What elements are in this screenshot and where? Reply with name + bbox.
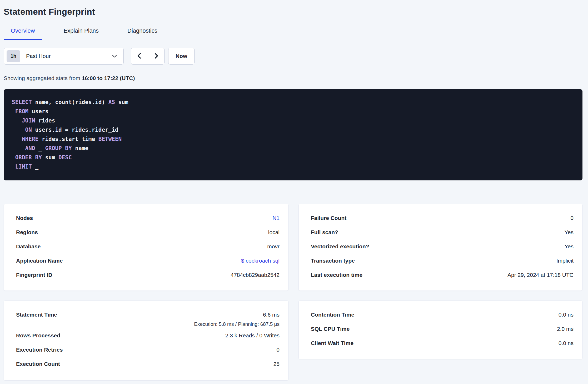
tab-diagnostics[interactable]: Diagnostics [120,25,165,40]
row-label: Statement Time [16,312,57,318]
table-row: Databasemovr [16,239,280,254]
row-label: Transaction type [311,258,355,264]
sql-text: sum [42,154,58,161]
table-row: Fingerprint ID4784cb829aab2542 [16,268,280,282]
time-range-dropdown[interactable]: 1h Past Hour [4,48,124,65]
sql-keyword: AS [108,99,115,105]
row-label: Full scan? [311,229,338,235]
prev-interval-button[interactable] [131,48,148,64]
row-value: 2.0 ms [557,326,574,332]
row-value-link[interactable]: N1 [272,215,280,221]
row-label: Database [16,243,41,250]
table-row: Failure Count0 [311,211,574,225]
table-row: Rows Processed2.3 k Reads / 0 Writes [16,328,280,343]
row-value: Yes [565,243,574,250]
tab-explain-plans[interactable]: Explain Plans [57,25,106,40]
sql-keyword: SELECT [12,99,32,105]
sql-text: _ [32,164,38,170]
row-subvalue: Execution: 5.8 ms / Planning: 687.5 µs [16,320,280,328]
time-range-label: Past Hour [26,53,111,59]
table-row: Transaction typeImplicit [311,254,574,268]
time-controls: 1h Past Hour Now [4,48,582,65]
row-value: Yes [565,229,574,235]
sql-keyword: BETWEEN [98,136,122,142]
table-row: Vectorized execution?Yes [311,239,574,254]
now-button[interactable]: Now [168,48,195,65]
statement-time-card: Statement Time6.6 msExecution: 5.8 ms / … [4,301,288,381]
row-value: 0 [276,347,280,353]
sql-code-line: ON users.id = rides.rider_id [12,125,574,135]
row-value: 6.6 ms [263,312,280,318]
row-label: Vectorized execution? [311,243,369,250]
row-value: movr [267,243,280,250]
row-value: Apr 29, 2024 at 17:18 UTC [507,272,574,278]
row-value: 0.0 ns [559,340,574,346]
row-label: SQL CPU Time [311,326,350,332]
sql-code-line: WHERE rides.start_time BETWEEN _ [12,135,574,144]
row-label: Application Name [16,258,63,264]
table-row: SQL CPU Time2.0 ms [311,322,574,336]
stats-line-prefix: Showing aggregated stats from [4,75,82,81]
row-value-link[interactable]: $ cockroach sql [241,258,280,264]
row-value: 0 [570,215,574,221]
table-row: Full scan?Yes [311,225,574,239]
row-value: 2.3 k Reads / 0 Writes [225,332,280,339]
sql-keyword: ON [25,127,32,133]
sql-text [12,164,15,170]
row-label: Execution Retries [16,347,63,353]
chevron-down-icon [111,53,118,59]
row-value: 0.0 ns [559,312,574,318]
sql-text [12,108,15,115]
sql-keyword: ORDER BY [15,154,42,161]
row-value: 4784cb829aab2542 [231,272,280,278]
time-range-badge: 1h [7,50,20,62]
row-label: Contention Time [311,312,354,318]
row-label: Regions [16,229,38,235]
next-interval-button[interactable] [148,48,164,64]
sql-code-line: JOIN rides [12,116,574,125]
sql-keyword: WHERE [22,136,38,142]
tab-overview[interactable]: Overview [4,25,42,40]
sql-text: _ [35,145,45,151]
sql-text: rides [35,117,55,124]
sql-keyword: AND [25,145,35,151]
sql-keyword: FROM [15,108,29,115]
table-row: Regionslocal [16,225,280,239]
row-value: 25 [273,361,280,367]
row-value: Implicit [556,258,574,264]
row-label: Client Wait Time [311,340,353,346]
row-label: Failure Count [311,215,346,221]
wait-time-card: Contention Time0.0 nsSQL CPU Time2.0 msC… [298,301,582,359]
sql-text: sum [115,99,128,105]
sql-keyword: DESC [58,154,72,161]
sql-keyword: JOIN [22,117,35,124]
sql-text: users.id = rides.rider_id [32,127,118,133]
tab-bar: OverviewExplain PlansDiagnostics [4,25,582,40]
row-label: Fingerprint ID [16,272,52,278]
sql-code-line: FROM users [12,107,574,116]
statement-details-card: NodesN1RegionslocalDatabasemovrApplicati… [4,204,288,291]
row-value: local [268,229,280,235]
chevron-right-icon [153,52,160,60]
chevron-left-icon [136,52,143,60]
row-label: Execution Count [16,361,60,367]
sql-keyword: GROUP BY [45,145,72,151]
table-row: Execution Retries0 [16,343,280,357]
sql-statement-box: SELECT name, count(rides.id) AS sum FROM… [4,89,582,180]
sql-text [12,127,25,133]
row-label: Nodes [16,215,33,221]
row-label: Rows Processed [16,332,60,339]
sql-text: rides.start_time [38,136,98,142]
sql-code-line: ORDER BY sum DESC [12,153,574,162]
sql-text: name, count(rides.id) [32,99,108,105]
table-row: Application Name$ cockroach sql [16,254,280,268]
statement-fingerprint-page: Statement Fingerprint OverviewExplain Pl… [0,0,588,381]
sql-code-line: SELECT name, count(rides.id) AS sum [12,98,574,107]
sql-text: users [28,108,48,115]
sql-text [12,145,25,151]
stats-line-range: 16:00 to 17:22 (UTC) [82,75,135,81]
table-row: Contention Time0.0 ns [311,308,574,322]
sql-text: _ [122,136,128,142]
execution-attributes-card: Failure Count0Full scan?YesVectorized ex… [298,204,582,291]
time-step-buttons [131,48,165,65]
